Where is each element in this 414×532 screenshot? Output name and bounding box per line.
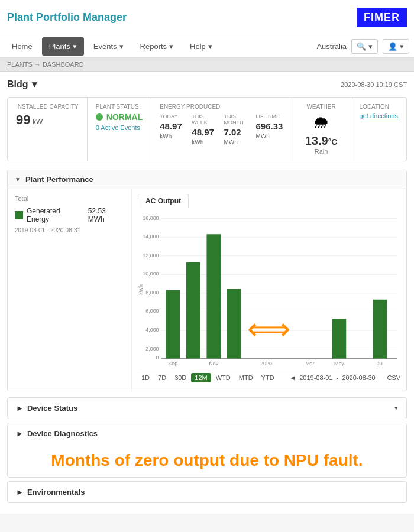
energy-week: THIS WEEK 48.97 kWh	[192, 113, 219, 146]
device-status-title: ► Device Status	[16, 404, 77, 413]
perf-date-range: 2019-08-01 - 2020-08-31	[15, 227, 124, 233]
energy-today: TODAY 48.97 kWh	[160, 113, 187, 146]
svg-rect-19	[166, 290, 180, 358]
legend-color-box	[15, 211, 23, 219]
collapse-icon: ▼	[15, 176, 21, 183]
plant-status-box: Plant Status NORMAL 0 Active Events	[88, 98, 151, 161]
get-directions-link[interactable]: get directions	[360, 112, 398, 119]
installed-capacity-value: 99 kW	[16, 112, 79, 128]
svg-text:May: May	[334, 361, 344, 366]
search-icon: 🔍	[357, 42, 366, 51]
stats-row: Installed Capacity 99 kW Plant Status NO…	[7, 97, 407, 161]
energy-month: THIS MONTH 7.02 MWh	[224, 113, 251, 146]
perf-total-label: Total	[15, 195, 124, 202]
time-btn-12m[interactable]: 12M	[191, 373, 211, 382]
svg-text:Sep: Sep	[168, 361, 177, 366]
svg-rect-24	[373, 300, 387, 359]
nav-region: Australia	[316, 42, 347, 51]
time-btn-1d[interactable]: 1D	[138, 373, 153, 382]
plant-performance-body: Total Generated Energy 52.53 MWh 2019-08…	[8, 189, 406, 391]
nav-user[interactable]: 👤 ▾	[383, 39, 409, 54]
svg-text:Mar: Mar	[305, 361, 314, 366]
location-box: Location get directions	[351, 98, 406, 161]
environmentals-section: ► Environmentals	[7, 481, 407, 503]
building-selector[interactable]: Bldg ▾	[7, 79, 37, 90]
energy-produced-box: Energy Produced TODAY 48.97 kWh THIS WEE…	[151, 98, 292, 161]
nav-events[interactable]: Events ▾	[86, 37, 131, 56]
status-dot	[96, 113, 103, 121]
dashboard: Bldg ▾ 2020-08-30 10:19 CST Installed Ca…	[0, 72, 414, 514]
energy-produced-label: Energy Produced	[160, 103, 283, 110]
active-events: 0 Active Events	[96, 124, 143, 131]
nav-home[interactable]: Home	[5, 37, 40, 56]
chevron-down-icon: ▾	[73, 42, 77, 51]
time-controls: 1D 7D 30D 12M WTD MTD YTD ◄ 2019-08-01 -	[138, 369, 400, 386]
chevron-down-icon: ▾	[119, 42, 124, 51]
plant-performance-section: ▼ Plant Performance Total Generated Ener…	[7, 170, 407, 391]
svg-text:2020: 2020	[260, 361, 272, 366]
weather-desc: Rain	[300, 148, 342, 155]
chevron-down-icon: ▾	[368, 42, 373, 51]
device-status-section: ► Device Status ▾	[7, 397, 407, 419]
energy-lifetime: LIFETIME 696.33 MWh	[255, 113, 283, 146]
svg-text:16,000: 16,000	[143, 215, 159, 221]
nav-plants[interactable]: Plants ▾	[42, 37, 84, 56]
nav-search[interactable]: 🔍 ▾	[351, 39, 378, 54]
breadcrumb: PLANTS → DASHBOARD	[0, 58, 414, 72]
device-diagnostics-title: ► Device Diagnostics	[16, 429, 98, 438]
plant-performance-header[interactable]: ▼ Plant Performance	[8, 170, 406, 189]
svg-text:8,000: 8,000	[145, 290, 159, 296]
nav-bar: Home Plants ▾ Events ▾ Reports ▾ Help ▾ …	[0, 35, 414, 58]
legend-label: Generated Energy	[27, 207, 85, 223]
bar-chart: 16,000 14,000 12,000 10,000 8,000 6,000 …	[138, 213, 400, 366]
collapse-right-icon: ►	[16, 429, 24, 438]
plant-status-label: Plant Status	[96, 103, 143, 110]
svg-rect-21	[206, 234, 221, 358]
date-nav: ◄ 2019-08-01 - 2020-08-30	[289, 374, 375, 381]
collapse-right-icon: ►	[16, 488, 24, 497]
chevron-down-icon: ▾	[208, 42, 212, 51]
top-bar: Bldg ▾ 2020-08-30 10:19 CST	[7, 79, 407, 90]
installed-capacity-label: Installed Capacity	[16, 103, 79, 110]
svg-text:10,000: 10,000	[143, 271, 159, 277]
chart-tab-bar: AC Output	[138, 194, 400, 208]
fimer-logo: FIMER	[357, 8, 407, 27]
svg-rect-23	[332, 319, 347, 358]
timestamp: 2020-08-30 10:19 CST	[341, 81, 407, 88]
chevron-down-icon: ▾	[400, 42, 404, 51]
perf-right-panel: AC Output 16,000 14,000 12,000 10,000 8,…	[132, 189, 406, 391]
nav-right: Australia 🔍 ▾ 👤 ▾	[316, 39, 409, 54]
svg-text:2,000: 2,000	[145, 346, 159, 352]
app-title: Plant Portfolio Manager	[7, 11, 127, 24]
ac-output-tab[interactable]: AC Output	[138, 194, 189, 208]
left-arrow-icon[interactable]: ◄	[289, 374, 296, 381]
device-status-arrow: ▾	[394, 404, 398, 412]
chevron-down-icon: ▾	[32, 79, 37, 90]
svg-text:kWh: kWh	[138, 284, 144, 295]
date-range-display: 2019-08-01 - 2020-08-30	[299, 374, 375, 381]
nav-help[interactable]: Help ▾	[183, 37, 219, 56]
svg-text:⟺: ⟺	[248, 312, 291, 346]
weather-label: Weather	[300, 103, 342, 110]
svg-rect-22	[227, 289, 241, 358]
time-buttons: 1D 7D 30D 12M WTD MTD YTD	[138, 373, 278, 382]
collapse-right-icon: ►	[16, 404, 24, 413]
csv-button[interactable]: CSV	[387, 374, 400, 381]
environmentals-title: ► Environmentals	[16, 488, 85, 497]
device-status-header[interactable]: ► Device Status ▾	[8, 398, 406, 419]
energy-grid: TODAY 48.97 kWh THIS WEEK 48.97 kWh THIS…	[160, 113, 283, 146]
time-btn-mtd[interactable]: MTD	[235, 373, 257, 382]
perf-left-panel: Total Generated Energy 52.53 MWh 2019-08…	[8, 189, 132, 391]
npu-annotation: Months of zero output due to NPU fault.	[8, 444, 406, 477]
environmentals-header[interactable]: ► Environmentals	[8, 482, 406, 502]
svg-text:0: 0	[156, 355, 159, 361]
time-btn-wtd[interactable]: WTD	[212, 373, 234, 382]
nav-reports[interactable]: Reports ▾	[133, 37, 181, 56]
device-diagnostics-header[interactable]: ► Device Diagnostics	[8, 423, 406, 444]
time-btn-30d[interactable]: 30D	[171, 373, 190, 382]
time-btn-7d[interactable]: 7D	[154, 373, 170, 382]
plant-status-value: NORMAL	[96, 112, 143, 122]
svg-text:4,000: 4,000	[145, 327, 159, 333]
time-btn-ytd[interactable]: YTD	[258, 373, 278, 382]
location-label: Location	[360, 103, 398, 110]
